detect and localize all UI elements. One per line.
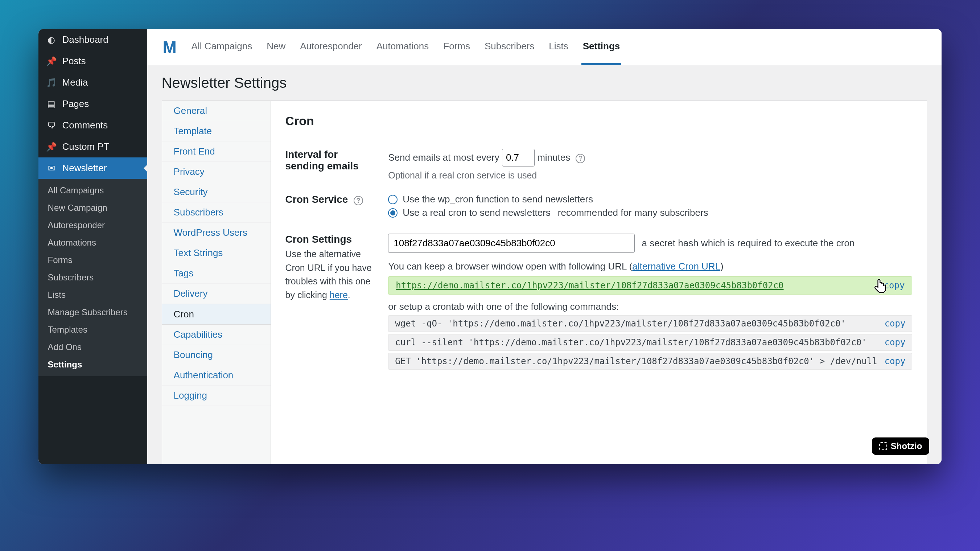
stab-cron[interactable]: Cron xyxy=(162,304,270,325)
stab-text-strings[interactable]: Text Strings xyxy=(162,243,270,263)
copy-cmd3-button[interactable]: copy xyxy=(885,356,906,366)
sidebar-item-label: Comments xyxy=(62,120,108,131)
sidebar-item-label: Posts xyxy=(62,56,86,67)
page-icon: ▤ xyxy=(46,99,57,109)
pin-icon: 📌 xyxy=(46,142,57,152)
main-area: M All Campaigns New Autoresponder Automa… xyxy=(147,29,942,464)
sidebar-item-pages[interactable]: ▤ Pages xyxy=(38,93,147,115)
settings-layout: General Template Front End Privacy Secur… xyxy=(147,100,942,464)
media-icon: 🎵 xyxy=(46,78,57,88)
interval-prefix: Send emails at most every xyxy=(388,152,499,163)
cmd-text: GET 'https://demo.mailster.co/1hpv223/ma… xyxy=(395,356,877,366)
keep-open-suffix: ) xyxy=(720,261,724,272)
interval-input[interactable] xyxy=(502,149,535,167)
dashboard-icon: ◐ xyxy=(46,35,57,45)
label-interval: Interval for sending emails xyxy=(285,142,388,187)
plugin-topnav: All Campaigns New Autoresponder Automati… xyxy=(190,29,622,65)
cron-cmd-get: GET 'https://demo.mailster.co/1hpv223/ma… xyxy=(388,353,912,369)
sub-new-campaign[interactable]: New Campaign xyxy=(38,199,147,217)
pin-icon: 📌 xyxy=(46,56,57,66)
hash-note: a secret hash which is required to execu… xyxy=(642,237,855,248)
cron-settings-desc: Use the alternative Cron URL if you have… xyxy=(285,249,372,300)
sub-automations[interactable]: Automations xyxy=(38,234,147,252)
secret-hash-input[interactable] xyxy=(388,234,635,253)
tab-autoresponder[interactable]: Autoresponder xyxy=(299,29,363,65)
sub-autoresponder[interactable]: Autoresponder xyxy=(38,217,147,234)
tab-all-campaigns[interactable]: All Campaigns xyxy=(190,29,254,65)
tab-settings[interactable]: Settings xyxy=(581,29,622,65)
radio-real-cron[interactable] xyxy=(388,208,398,218)
stab-front-end[interactable]: Front End xyxy=(162,142,270,162)
tab-lists[interactable]: Lists xyxy=(547,29,570,65)
stab-subscribers[interactable]: Subscribers xyxy=(162,202,270,223)
shotzio-badge[interactable]: Shotzio xyxy=(872,438,929,455)
cron-form: Interval for sending emails Send emails … xyxy=(285,142,913,378)
help-icon[interactable]: ? xyxy=(354,196,363,205)
sidebar-item-dashboard[interactable]: ◐ Dashboard xyxy=(38,29,147,51)
or-setup-text: or setup a crontab with one of the follo… xyxy=(388,301,912,312)
sidebar-item-custom-pt[interactable]: 📌 Custom PT xyxy=(38,136,147,158)
plugin-topbar: M All Campaigns New Autoresponder Automa… xyxy=(147,29,942,65)
cmd-text: wget -qO- 'https://demo.mailster.co/1hpv… xyxy=(395,318,877,329)
expand-icon xyxy=(879,442,887,450)
interval-suffix: minutes xyxy=(537,152,570,163)
stab-bouncing[interactable]: Bouncing xyxy=(162,345,270,365)
wp-admin-sidebar: ◐ Dashboard 📌 Posts 🎵 Media ▤ Pages 🗨 Co… xyxy=(38,29,147,464)
copy-cmd2-button[interactable]: copy xyxy=(885,338,906,347)
sub-all-campaigns[interactable]: All Campaigns xyxy=(38,182,147,199)
radio-wp-cron-label: Use the wp_cron function to send newslet… xyxy=(402,194,593,205)
cron-cmd-curl: curl --silent 'https://demo.mailster.co/… xyxy=(388,334,912,351)
sub-settings[interactable]: Settings xyxy=(38,356,147,373)
label-cron-service: Cron Service xyxy=(285,194,348,205)
tab-forms[interactable]: Forms xyxy=(442,29,471,65)
stab-wp-users[interactable]: WordPress Users xyxy=(162,223,270,243)
alternative-cron-url-link[interactable]: alternative Cron URL xyxy=(632,261,720,272)
tab-subscribers[interactable]: Subscribers xyxy=(483,29,536,65)
sub-templates[interactable]: Templates xyxy=(38,321,147,338)
stab-template[interactable]: Template xyxy=(162,121,270,142)
stab-authentication[interactable]: Authentication xyxy=(162,365,270,385)
tab-automations[interactable]: Automations xyxy=(375,29,431,65)
sidebar-item-label: Custom PT xyxy=(62,141,110,152)
sidebar-item-media[interactable]: 🎵 Media xyxy=(38,72,147,93)
radio-wp-cron[interactable] xyxy=(388,195,398,204)
sub-forms[interactable]: Forms xyxy=(38,252,147,269)
stab-delivery[interactable]: Delivery xyxy=(162,283,270,304)
sub-manage-subscribers[interactable]: Manage Subscribers xyxy=(38,304,147,321)
stab-security[interactable]: Security xyxy=(162,182,270,202)
badge-label: Shotzio xyxy=(891,441,922,451)
comment-icon: 🗨 xyxy=(46,120,57,131)
sub-lists[interactable]: Lists xyxy=(38,286,147,304)
cron-cmd-wget: wget -qO- 'https://demo.mailster.co/1hpv… xyxy=(388,315,912,332)
sidebar-item-label: Media xyxy=(62,77,88,88)
here-link[interactable]: here xyxy=(330,290,348,300)
tab-new[interactable]: New xyxy=(265,29,287,65)
radio-real-cron-note: recommended for many subscribers xyxy=(558,207,708,218)
interval-hint: Optional if a real cron service is used xyxy=(388,170,912,181)
copy-url-button[interactable]: copy xyxy=(884,280,905,291)
stab-logging[interactable]: Logging xyxy=(162,385,270,406)
section-title-cron: Cron xyxy=(285,114,913,132)
cron-url-box: https://demo.mailster.co/1hpv223/mailste… xyxy=(388,276,912,295)
stab-privacy[interactable]: Privacy xyxy=(162,162,270,182)
sidebar-item-label: Pages xyxy=(62,98,89,110)
sidebar-submenu: All Campaigns New Campaign Autoresponder… xyxy=(38,179,147,376)
sidebar-item-comments[interactable]: 🗨 Comments xyxy=(38,115,147,136)
sub-subscribers[interactable]: Subscribers xyxy=(38,269,147,286)
sidebar-item-label: Newsletter xyxy=(62,162,107,174)
help-icon[interactable]: ? xyxy=(576,154,585,163)
settings-side-tabs: General Template Front End Privacy Secur… xyxy=(162,100,270,464)
label-cron-settings: Cron Settings xyxy=(285,234,352,245)
sidebar-item-posts[interactable]: 📌 Posts xyxy=(38,51,147,72)
sub-add-ons[interactable]: Add Ons xyxy=(38,338,147,356)
sidebar-item-newsletter[interactable]: ✉ Newsletter xyxy=(38,158,147,179)
stab-general[interactable]: General xyxy=(162,101,270,121)
cmd-text: curl --silent 'https://demo.mailster.co/… xyxy=(395,338,877,347)
envelope-icon: ✉ xyxy=(46,163,57,174)
copy-cmd1-button[interactable]: copy xyxy=(885,318,906,329)
settings-body: Cron Interval for sending emails Send em… xyxy=(270,100,928,464)
cron-url[interactable]: https://demo.mailster.co/1hpv223/mailste… xyxy=(396,280,876,291)
stab-tags[interactable]: Tags xyxy=(162,263,270,283)
sidebar-item-label: Dashboard xyxy=(62,34,108,45)
stab-capabilities[interactable]: Capabilities xyxy=(162,325,270,345)
